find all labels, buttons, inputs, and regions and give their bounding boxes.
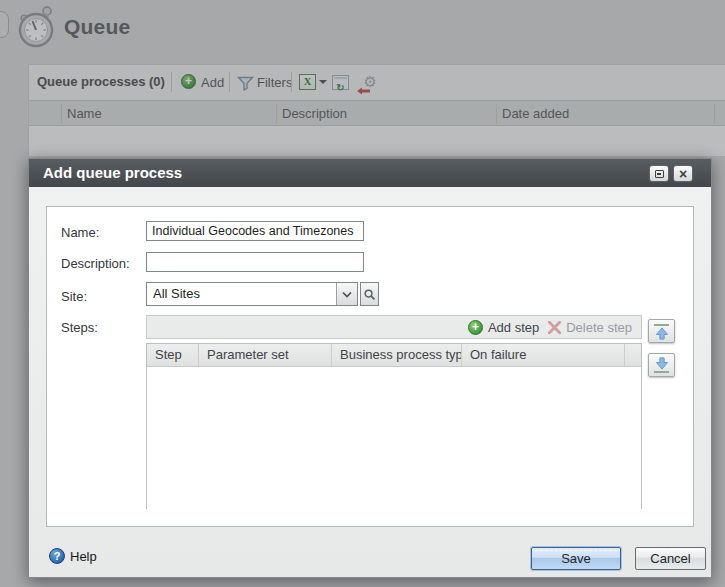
arrow-up-icon bbox=[655, 327, 669, 340]
close-icon: × bbox=[679, 167, 687, 181]
name-input[interactable] bbox=[146, 221, 364, 241]
arrow-down-icon bbox=[655, 357, 669, 370]
dialog-title: Add queue process bbox=[43, 164, 182, 181]
move-step-up-button[interactable] bbox=[648, 319, 675, 343]
steps-column-on-failure[interactable]: On failure bbox=[462, 344, 625, 366]
dialog-titlebar: Add queue process × bbox=[29, 159, 711, 187]
steps-column-business-process-type[interactable]: Business process type bbox=[332, 344, 462, 366]
steps-column-step[interactable]: Step bbox=[147, 344, 199, 366]
steps-column-parameter-set[interactable]: Parameter set bbox=[199, 344, 332, 366]
question-icon[interactable]: ? bbox=[49, 548, 65, 564]
search-icon bbox=[363, 288, 376, 301]
site-lookup-button[interactable] bbox=[360, 282, 379, 306]
steps-grid-header: Step Parameter set Business process type… bbox=[147, 344, 641, 367]
description-label: Description: bbox=[61, 256, 130, 271]
site-label: Site: bbox=[61, 289, 87, 304]
save-button[interactable]: Save bbox=[531, 547, 621, 570]
delete-step-button[interactable]: Delete step bbox=[566, 320, 632, 335]
chevron-down-icon[interactable] bbox=[336, 283, 357, 305]
steps-label: Steps: bbox=[61, 320, 98, 335]
screen: Queue Queue processes (0) + Add Filters … bbox=[0, 0, 725, 587]
move-step-down-button[interactable] bbox=[648, 353, 675, 377]
steps-column-spacer bbox=[625, 344, 641, 366]
steps-grid-body bbox=[147, 367, 641, 509]
add-step-button[interactable]: Add step bbox=[488, 320, 539, 335]
add-queue-process-dialog: Add queue process × Name: Description: S… bbox=[28, 158, 712, 578]
move-up-line bbox=[654, 324, 669, 326]
description-input[interactable] bbox=[146, 252, 364, 272]
close-button[interactable]: × bbox=[673, 165, 693, 182]
steps-grid: Step Parameter set Business process type… bbox=[146, 343, 642, 509]
minimize-icon bbox=[655, 170, 664, 178]
cancel-button[interactable]: Cancel bbox=[635, 547, 706, 570]
name-label: Name: bbox=[61, 225, 99, 240]
site-dropdown[interactable]: All Sites bbox=[146, 282, 358, 306]
delete-x-icon bbox=[548, 321, 561, 334]
move-down-line bbox=[654, 371, 669, 373]
minimize-button[interactable] bbox=[649, 165, 669, 182]
plus-circle-icon[interactable]: + bbox=[468, 320, 483, 335]
help-link[interactable]: Help bbox=[70, 549, 97, 564]
site-value: All Sites bbox=[147, 283, 336, 305]
steps-toolbar: + Add step Delete step bbox=[146, 315, 642, 339]
